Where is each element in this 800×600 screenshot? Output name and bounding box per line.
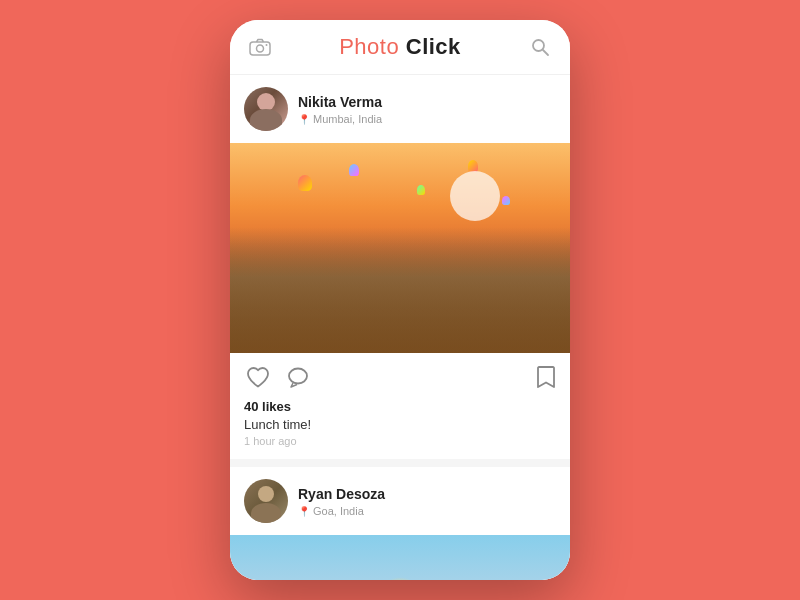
- sun-icon: [375, 577, 425, 580]
- app-title: Photo Click: [339, 34, 461, 60]
- camera-icon[interactable]: [248, 35, 272, 59]
- search-icon[interactable]: [528, 35, 552, 59]
- timestamp: 1 hour ago: [244, 435, 556, 447]
- caption: Lunch time!: [244, 417, 556, 432]
- post-actions: [230, 353, 570, 397]
- post-card: Nikita Verma 📍 Mumbai, India: [230, 75, 570, 459]
- post-header: Nikita Verma 📍 Mumbai, India: [230, 75, 570, 143]
- balloon-icon: [468, 160, 478, 172]
- user-info: Nikita Verma 📍 Mumbai, India: [298, 93, 556, 125]
- svg-point-3: [533, 40, 544, 51]
- cappadocia-scene: [230, 143, 570, 353]
- post-header: Ryan Desoza 📍 Goa, India: [230, 467, 570, 535]
- balloon-icon: [298, 175, 312, 191]
- post-meta: 40 likes Lunch time! 1 hour ago: [230, 397, 570, 459]
- svg-point-2: [266, 44, 268, 46]
- user-name: Nikita Verma: [298, 93, 556, 111]
- svg-line-4: [543, 50, 548, 55]
- location-pin-icon: 📍: [298, 506, 310, 517]
- post-image: [230, 535, 570, 580]
- likes-count: 40 likes: [244, 399, 556, 414]
- pyramids-scene: [230, 535, 570, 580]
- scene-overlay: [230, 238, 570, 354]
- phone-frame: Photo Click Nikita Verma 📍 Mumbai, India: [230, 20, 570, 580]
- svg-point-5: [289, 369, 307, 384]
- avatar: [244, 87, 288, 131]
- bookmark-button[interactable]: [536, 365, 556, 389]
- avatar: [244, 479, 288, 523]
- balloon-icon: [349, 164, 359, 176]
- balloon-icon: [502, 196, 510, 205]
- feed: Nikita Verma 📍 Mumbai, India: [230, 75, 570, 580]
- circle-overlay: [450, 171, 500, 221]
- app-header: Photo Click: [230, 20, 570, 75]
- comment-button[interactable]: [284, 363, 312, 391]
- svg-rect-0: [250, 42, 270, 55]
- user-location: 📍 Goa, India: [298, 505, 556, 517]
- action-left: [244, 363, 312, 391]
- user-name: Ryan Desoza: [298, 485, 556, 503]
- location-pin-icon: 📍: [298, 114, 310, 125]
- user-info: Ryan Desoza 📍 Goa, India: [298, 485, 556, 517]
- balloon-icon: [417, 185, 425, 195]
- like-button[interactable]: [244, 363, 272, 391]
- svg-point-1: [257, 45, 264, 52]
- post-image: [230, 143, 570, 353]
- post-card: Ryan Desoza 📍 Goa, India: [230, 467, 570, 580]
- user-location: 📍 Mumbai, India: [298, 113, 556, 125]
